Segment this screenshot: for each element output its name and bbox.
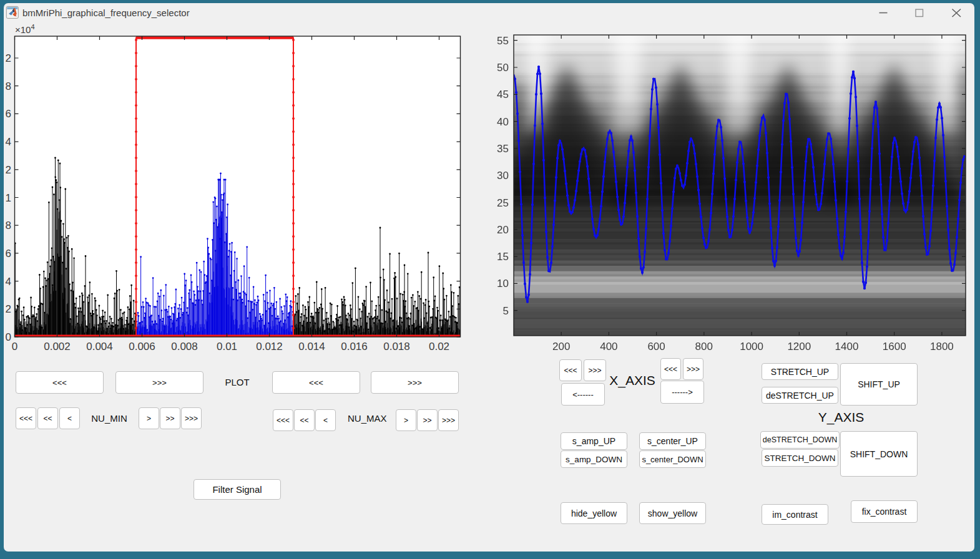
svg-text:1000: 1000 — [740, 341, 763, 352]
svg-text:0.006: 0.006 — [129, 341, 155, 352]
svg-text:5: 5 — [503, 305, 509, 317]
svg-text:1: 1 — [6, 192, 11, 204]
svg-text:bmMriPhi_graphical_frequency_s: bmMriPhi_graphical_frequency_selector — [22, 7, 190, 18]
svg-text:0: 0 — [6, 331, 11, 343]
svg-text:×104: ×104 — [15, 23, 35, 35]
svg-text:0.014: 0.014 — [298, 341, 325, 352]
svg-text:0.02: 0.02 — [429, 341, 449, 352]
svg-text:8: 8 — [6, 80, 11, 92]
svg-text:1800: 1800 — [930, 341, 954, 352]
svg-text:2: 2 — [6, 52, 11, 64]
svg-text:2: 2 — [6, 303, 11, 315]
svg-text:55: 55 — [497, 35, 509, 47]
svg-text:8: 8 — [6, 220, 11, 231]
svg-text:2: 2 — [6, 164, 11, 176]
svg-text:4: 4 — [6, 276, 11, 288]
svg-text:1600: 1600 — [883, 341, 906, 352]
svg-text:35: 35 — [497, 143, 509, 155]
svg-text:0.008: 0.008 — [171, 341, 198, 352]
svg-text:1400: 1400 — [835, 341, 859, 352]
svg-text:0.01: 0.01 — [217, 341, 237, 352]
svg-text:800: 800 — [695, 341, 713, 352]
svg-text:200: 200 — [552, 341, 570, 352]
svg-text:400: 400 — [600, 341, 617, 352]
svg-text:0.002: 0.002 — [44, 341, 71, 352]
svg-text:20: 20 — [497, 224, 509, 236]
svg-text:25: 25 — [497, 197, 509, 209]
svg-text:0: 0 — [12, 341, 17, 352]
svg-text:45: 45 — [497, 89, 509, 100]
svg-text:6: 6 — [6, 108, 11, 120]
svg-text:600: 600 — [647, 341, 665, 352]
svg-text:10: 10 — [497, 278, 509, 289]
svg-text:6: 6 — [6, 248, 11, 260]
svg-text:0.016: 0.016 — [341, 341, 368, 352]
svg-text:30: 30 — [497, 170, 509, 182]
svg-text:0.004: 0.004 — [86, 341, 113, 352]
svg-text:15: 15 — [497, 251, 509, 263]
svg-text:1200: 1200 — [787, 341, 811, 352]
svg-text:0.018: 0.018 — [383, 341, 410, 352]
svg-text:4: 4 — [6, 136, 11, 148]
svg-text:40: 40 — [497, 116, 509, 128]
svg-text:0.012: 0.012 — [256, 341, 283, 352]
svg-text:50: 50 — [497, 62, 509, 74]
